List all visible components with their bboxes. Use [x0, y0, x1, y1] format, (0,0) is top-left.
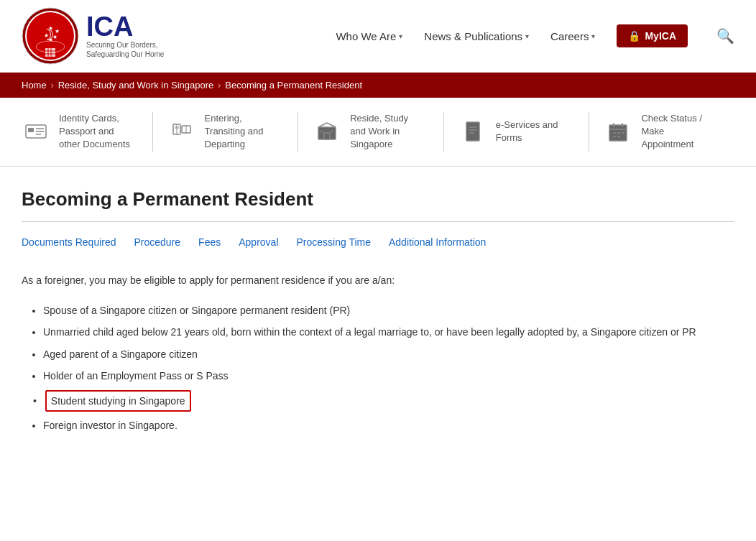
list-item: Foreign investor in Singapore.: [43, 417, 734, 433]
nav-icon-reside[interactable]: Reside, Study and Work in Singapore: [298, 112, 444, 152]
plane-icon: [167, 117, 196, 146]
svg-text:★: ★: [44, 32, 49, 39]
nav-news-publications[interactable]: News & Publications ▾: [424, 30, 529, 42]
logo-image: ☽ ★ ★ ★ ★ ★: [22, 7, 79, 65]
search-icon: 🔍: [716, 28, 734, 44]
eligibility-list: Spouse of a Singapore citizen or Singapo…: [22, 302, 734, 433]
main-nav: Who We Are ▾ News & Publications ▾ Caree…: [336, 24, 734, 47]
logo-area: ☽ ★ ★ ★ ★ ★ ICA Securing Our Borders,Saf…: [22, 7, 164, 65]
list-item: Spouse of a Singapore citizen or Singapo…: [43, 302, 734, 318]
nav-icon-check-status-label: Check Status / Make Appointment: [641, 112, 713, 152]
list-item: Aged parent of a Singapore citizen: [43, 346, 734, 362]
chevron-down-icon: ▾: [399, 32, 402, 40]
chevron-down-icon: ▾: [591, 32, 595, 40]
list-item: Unmarried child aged below 21 years old,…: [43, 324, 734, 340]
myica-button[interactable]: 🔒 MyICA: [617, 24, 688, 47]
breadcrumb: Home › Reside, Study and Work in Singapo…: [0, 73, 756, 98]
nav-icons-row: Identity Cards, Passport and other Docum…: [0, 98, 756, 167]
svg-rect-29: [321, 130, 323, 133]
tab-procedure[interactable]: Procedure: [134, 236, 181, 251]
breadcrumb-current: Becoming a Permanent Resident: [225, 80, 362, 91]
lock-icon: 🔒: [628, 30, 640, 42]
tab-fees[interactable]: Fees: [198, 236, 221, 251]
tab-additional-information[interactable]: Additional Information: [389, 236, 486, 251]
chevron-down-icon: ▾: [525, 32, 529, 40]
svg-text:★: ★: [52, 34, 57, 40]
svg-text:★: ★: [48, 37, 53, 43]
document-icon: [458, 117, 487, 146]
divider: [22, 221, 734, 222]
nav-careers[interactable]: Careers ▾: [550, 30, 595, 42]
tab-approval[interactable]: Approval: [239, 236, 278, 251]
page-title: Becoming a Permanent Resident: [22, 188, 734, 211]
id-card-icon: [22, 117, 50, 146]
nav-icon-check-status[interactable]: Check Status / Make Appointment: [589, 112, 734, 152]
breadcrumb-sep: ›: [218, 80, 221, 91]
nav-icon-entering-label: Entering, Transiting and Departing: [205, 112, 277, 152]
list-item: Holder of an Employment Pass or S Pass: [43, 368, 734, 384]
site-header: ☽ ★ ★ ★ ★ ★ ICA Securing Our Borders,Saf…: [0, 0, 756, 73]
breadcrumb-home[interactable]: Home: [22, 80, 47, 91]
svg-line-28: [327, 123, 336, 127]
calendar-icon: [604, 117, 632, 146]
svg-line-27: [318, 123, 327, 127]
svg-rect-30: [331, 130, 333, 133]
breadcrumb-sep: ›: [51, 80, 54, 91]
breadcrumb-reside[interactable]: Reside, Study and Work in Singapore: [58, 80, 214, 91]
nav-who-we-are[interactable]: Who We Are ▾: [336, 30, 402, 42]
nav-icon-entering[interactable]: Entering, Transiting and Departing: [153, 112, 299, 152]
building-icon: [313, 117, 341, 146]
svg-rect-31: [466, 122, 479, 141]
nav-icon-identity-label: Identity Cards, Passport and other Docum…: [59, 112, 131, 152]
nav-icon-identity-cards[interactable]: Identity Cards, Passport and other Docum…: [22, 112, 153, 152]
nav-icon-reside-label: Reside, Study and Work in Singapore: [350, 112, 422, 152]
nav-icon-eservices[interactable]: e-Services and Forms: [444, 112, 590, 152]
list-item-student: • Student studying in Singapore: [33, 390, 734, 412]
logo-svg: ☽ ★ ★ ★ ★ ★: [22, 7, 79, 65]
logo-ica-text: ICA: [86, 13, 164, 40]
tab-processing-time[interactable]: Processing Time: [297, 236, 371, 251]
nav-icon-eservices-label: e-Services and Forms: [496, 119, 568, 144]
page-content: Becoming a Permanent Resident Documents …: [0, 167, 756, 470]
tab-documents-required[interactable]: Documents Required: [22, 236, 116, 251]
svg-rect-10: [45, 48, 55, 57]
svg-rect-16: [28, 128, 34, 132]
svg-rect-26: [324, 133, 330, 139]
highlighted-student-text: Student studying in Singapore: [45, 390, 191, 412]
intro-text: As a foreigner, you may be eligible to a…: [22, 272, 734, 288]
page-tabs: Documents Required Procedure Fees Approv…: [22, 236, 734, 251]
logo-text: ICA Securing Our Borders,Safeguarding Ou…: [86, 13, 164, 59]
svg-rect-22: [175, 126, 179, 129]
svg-text:★: ★: [48, 25, 53, 32]
logo-tagline-text: Securing Our Borders,Safeguarding Our Ho…: [86, 40, 164, 59]
search-button[interactable]: 🔍: [716, 27, 734, 45]
